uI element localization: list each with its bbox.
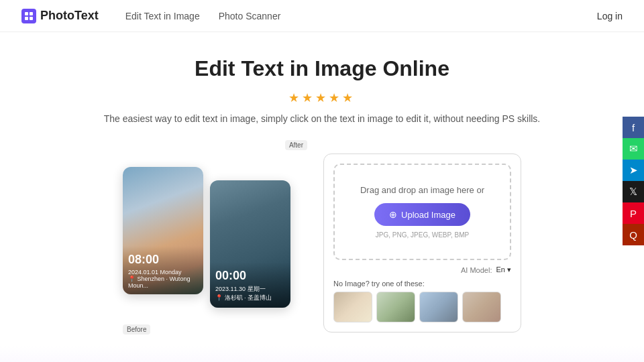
card1-date: 2024.01.01 Monday [128, 269, 198, 276]
header-left: PhotoText Edit Text in Image Photo Scann… [21, 9, 280, 23]
sample-image-4[interactable] [462, 292, 501, 322]
try-label: No Image? try one of these: [333, 280, 511, 288]
ai-model-row: AI Model: En ▾ [333, 265, 511, 274]
logo-text: PhotoText [40, 9, 99, 23]
before-label: Before [123, 324, 150, 335]
logo-icon [21, 9, 36, 23]
svg-rect-2 [25, 17, 28, 20]
upload-icon: ⊕ [389, 209, 397, 220]
card2-location: 📍 洛杉矶 · 圣盖博山 [215, 294, 285, 302]
hero-title: Edit Text in Image Online [13, 56, 631, 81]
card1-overlay: 08:00 2024.01.01 Monday 📍 Shenzhen · Wut… [123, 246, 203, 294]
svg-rect-0 [25, 12, 28, 15]
pinterest-icon[interactable]: P [623, 202, 644, 224]
sample-images [333, 292, 511, 322]
sample-image-3[interactable] [419, 292, 458, 322]
card1-location: 📍 Shenzhen · Wutong Moun... [128, 276, 198, 289]
svg-rect-3 [30, 17, 33, 20]
nav-edit-text[interactable]: Edit Text in Image [125, 11, 200, 21]
logo-area: PhotoText [21, 9, 99, 23]
hero-section: Edit Text in Image Online ★★★★★ The easi… [0, 32, 644, 154]
social-sidebar: f ✉ ➤ 𝕏 P Q [623, 117, 644, 245]
upload-panel: Drag and drop an image here or ⊕ Upload … [323, 154, 521, 333]
nav: Edit Text in Image Photo Scanner [125, 11, 281, 21]
header: PhotoText Edit Text in Image Photo Scann… [0, 0, 644, 32]
ai-model-select[interactable]: En ▾ [496, 265, 511, 274]
upload-button[interactable]: ⊕ Upload Image [374, 203, 470, 226]
quora-icon[interactable]: Q [623, 224, 644, 245]
ai-model-label: AI Model: [461, 266, 492, 274]
nav-photo-scanner[interactable]: Photo Scanner [219, 11, 281, 21]
image-card-1: 08:00 2024.01.01 Monday 📍 Shenzhen · Wut… [123, 167, 203, 294]
after-label: After [285, 140, 307, 150]
bottom-section: How to Edit Text In Image? [0, 346, 644, 362]
whatsapp-icon[interactable]: ✉ [623, 138, 644, 160]
facebook-icon[interactable]: f [623, 117, 644, 138]
sample-image-1[interactable] [333, 292, 372, 322]
image-card-2: 00:00 2023.11.30 星期一 📍 洛杉矶 · 圣盖博山 [210, 180, 290, 308]
main-area: After 08:00 2024.01.01 Monday 📍 Shenzhen… [0, 154, 644, 333]
card2-time: 00:00 [215, 269, 285, 283]
card2-overlay: 00:00 2023.11.30 星期一 📍 洛杉矶 · 圣盖博山 [210, 262, 290, 308]
card2-date: 2023.11.30 星期一 [215, 285, 285, 294]
chevron-down-icon: ▾ [507, 265, 511, 274]
file-types: JPG, PNG, JPEG, WEBP, BMP [348, 231, 496, 239]
star-rating: ★★★★★ [13, 90, 631, 105]
telegram-icon[interactable]: ➤ [623, 160, 644, 181]
hero-subtitle: The easiest way to edit text in image, s… [13, 113, 631, 124]
twitter-icon[interactable]: 𝕏 [623, 181, 644, 202]
svg-rect-1 [30, 12, 33, 15]
drag-text: Drag and drop an image here or [348, 185, 496, 195]
upload-button-label: Upload Image [401, 210, 455, 220]
drop-zone[interactable]: Drag and drop an image here or ⊕ Upload … [333, 164, 511, 260]
sample-image-2[interactable] [376, 292, 415, 322]
login-button[interactable]: Log in [597, 11, 623, 21]
ai-model-value: En [496, 265, 504, 274]
card1-time: 08:00 [128, 253, 198, 267]
before-after-container: After 08:00 2024.01.01 Monday 📍 Shenzhen… [123, 154, 307, 321]
cards-wrapper: 08:00 2024.01.01 Monday 📍 Shenzhen · Wut… [123, 167, 307, 308]
